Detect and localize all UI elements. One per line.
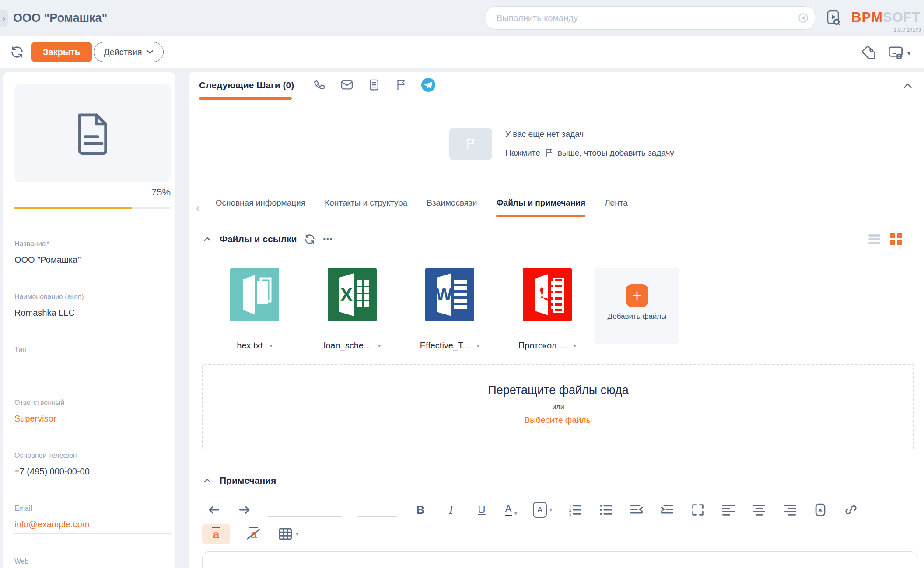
add-files-label: Добавить файлы [608,312,667,321]
field-owner[interactable]: Ответственный Supervisor [14,399,171,452]
page-title: ООО "Ромашка" [13,11,107,25]
field-alt-name[interactable]: Наименование (англ) Romashka LLC [14,293,171,346]
svg-text:X: X [340,284,353,305]
field-web[interactable]: Web [14,558,171,568]
list-view-icon[interactable] [868,234,880,244]
file-dropzone[interactable]: Перетащите файлы сюда или Выберите файлы [202,364,914,450]
dropzone-or: или [203,403,914,411]
insert-link-icon[interactable] [844,502,858,517]
editor-toolbar-row2: a a ▾ [202,523,298,544]
notes-section-title: Примечания [220,475,276,486]
email-icon[interactable] [340,77,354,92]
insert-image-icon[interactable] [813,502,828,517]
file-name[interactable]: hex.txt [237,341,262,351]
collapse-files-icon[interactable] [202,234,213,244]
record-photo-placeholder[interactable] [14,84,171,182]
tab-contacts-structure[interactable]: Контакты и структура [325,198,407,217]
run-process-icon[interactable] [824,9,843,27]
select-files-link[interactable]: Выберите файлы [525,415,592,425]
tab-feed[interactable]: Лента [605,198,628,217]
clear-command-icon[interactable] [798,12,809,24]
file-menu-caret-icon[interactable]: ▾ [270,342,273,349]
font-family-select[interactable] [268,502,342,517]
telegram-icon[interactable] [421,77,436,92]
pdf-file-icon[interactable] [523,268,572,321]
refresh-icon[interactable] [10,45,24,59]
version-label: 1.8.0.14103 [894,27,921,33]
file-menu-caret-icon[interactable]: ▾ [574,342,577,349]
align-left-icon[interactable] [721,502,736,517]
bold-button[interactable]: B [413,502,428,517]
command-input[interactable] [485,6,816,30]
font-size-select[interactable] [358,502,397,517]
remove-accent-mark-button[interactable]: a [240,524,268,544]
task-list-icon[interactable] [367,77,382,92]
call-icon[interactable] [312,77,327,92]
task-flag-icon[interactable] [394,77,409,92]
file-name[interactable]: loan_sche... [324,341,371,351]
file-tile: Протокол ...▾ [501,268,593,351]
undo-icon[interactable] [206,502,221,517]
txt-file-icon[interactable] [230,268,279,321]
field-phone[interactable]: Основной телефон +7 (495) 000-00-00 [14,452,171,505]
actions-button[interactable]: Действия [94,42,164,62]
field-type[interactable]: Тип [14,346,171,399]
files-section-title: Файлы и ссылки [220,234,297,244]
tab-relationships[interactable]: Взаимосвязи [427,198,477,217]
flag-icon [544,148,554,158]
svg-text:3: 3 [569,512,572,516]
reload-files-icon[interactable] [304,233,316,245]
insert-table-button[interactable]: ▾ [277,526,298,542]
editor-toolbar: B I U A▾ A▾ 1 2 3 [206,500,858,520]
indent-icon[interactable] [660,502,675,517]
completeness-bar [14,207,171,209]
redo-icon[interactable] [237,502,252,517]
bpmsoft-logo: BPMSOFT [851,10,921,25]
progress-fill [14,207,132,209]
top-bar: › ООО "Ромашка" BPMSOFT 1.8.0.14103 [0,0,924,36]
flag-icon [463,136,478,151]
fullscreen-icon[interactable] [690,502,705,517]
file-tile: X loan_sche...▾ [306,268,398,351]
file-name[interactable]: Протокол ... [518,341,567,351]
next-steps-title: Следующие Шаги (0) [199,80,294,91]
close-button[interactable]: Закрыть [31,42,92,62]
file-name[interactable]: Effective_T... [420,341,470,351]
file-menu-caret-icon[interactable]: ▾ [378,342,381,349]
underline-button[interactable]: U [474,502,489,517]
expand-panel-icon[interactable]: › [0,10,8,27]
bullet-list-icon[interactable] [598,502,613,517]
italic-button[interactable]: I [444,502,458,517]
accent-mark-button[interactable]: a [202,524,230,544]
empty-tasks-hint: Нажмите выше, чтобы добавить задачу [505,148,674,158]
tab-files-notes[interactable]: Файлы и примечания [496,198,585,217]
collapse-notes-icon[interactable] [202,475,213,486]
highlight-color-button[interactable]: A▾ [533,502,552,518]
grid-view-icon[interactable] [890,233,902,245]
chevron-down-icon: ▾ [550,507,552,513]
chevron-down-icon: ▾ [296,531,298,537]
collapse-section-icon[interactable] [901,79,914,92]
tab-general-info[interactable]: Основная информация [216,198,305,217]
chevron-down-icon [147,50,154,54]
font-color-button[interactable]: A▾ [505,503,517,516]
word-file-icon[interactable]: W [425,268,474,321]
numbered-list-icon[interactable]: 1 2 3 [568,502,583,517]
add-files-button[interactable]: + Добавить файлы [595,268,679,344]
excel-file-icon[interactable]: X [328,268,377,321]
toolbar-more-caret-icon[interactable]: ▾ [907,50,910,57]
file-menu-caret-icon[interactable]: ▾ [477,342,480,349]
field-email[interactable]: Email info@example.com [14,505,171,558]
record-tabs: ‹ Основная информация Контакты и структу… [196,198,628,217]
field-name[interactable]: Название* ООО "Ромашка" [14,240,171,293]
plus-icon: + [626,284,648,307]
files-more-icon[interactable]: ••• [323,235,333,243]
align-right-icon[interactable] [782,502,797,517]
svg-text:W: W [436,285,452,304]
tabs-scroll-left-icon[interactable]: ‹ [196,201,200,215]
tag-icon[interactable] [861,45,877,60]
notes-description-input[interactable] [202,551,917,568]
workplace-settings-icon[interactable] [887,45,903,60]
outdent-icon[interactable] [629,502,644,517]
align-center-icon[interactable] [752,502,766,517]
